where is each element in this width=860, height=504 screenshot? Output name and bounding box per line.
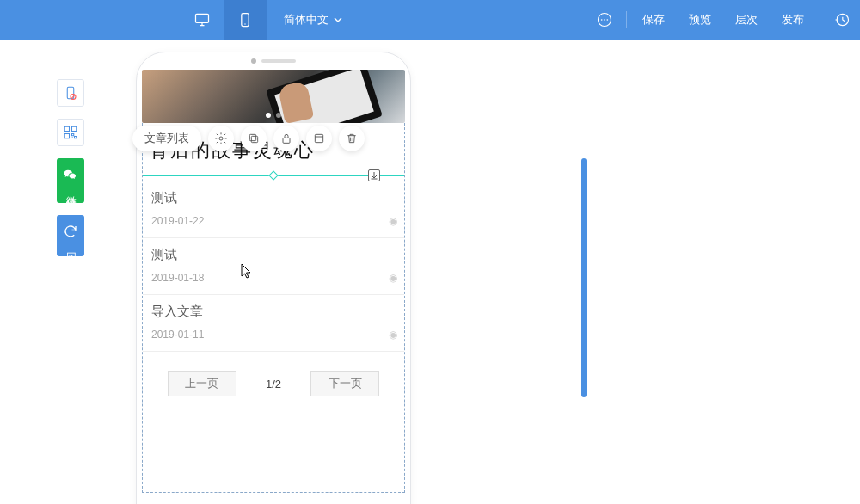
anchor-down-icon[interactable] — [368, 169, 380, 181]
lock-button[interactable] — [273, 126, 299, 151]
widget-toolbar: 文章列表 — [132, 126, 365, 151]
visibility-button[interactable] — [306, 126, 332, 151]
svg-rect-15 — [249, 134, 255, 140]
article-date: 2019-01-11 — [151, 329, 396, 341]
pagination: 上一页 1/2 下一页 — [143, 371, 404, 396]
svg-rect-17 — [315, 134, 322, 142]
separator — [626, 11, 627, 28]
language-label: 简体中文 — [284, 12, 329, 28]
ruler-handle[interactable] — [268, 170, 278, 180]
device-desktop-button[interactable] — [181, 0, 224, 40]
svg-point-13 — [219, 137, 223, 140]
eye-icon: ◉ — [389, 272, 397, 284]
article-item[interactable]: 测试 2019-01-22 ◉ — [143, 181, 404, 238]
preview-label: 预览 — [689, 12, 711, 28]
article-title: 导入文章 — [151, 304, 396, 320]
delete-button[interactable] — [339, 126, 365, 151]
status-dot — [251, 58, 256, 64]
scrollbar-thumb[interactable] — [581, 158, 587, 397]
qrcode-button[interactable] — [57, 119, 84, 146]
device-mobile-button[interactable] — [224, 0, 267, 40]
svg-point-5 — [604, 19, 605, 21]
article-list-widget[interactable]: 测试 2019-01-22 ◉ 测试 2019-01-18 ◉ 导入文章 201… — [142, 123, 405, 493]
more-button[interactable] — [587, 0, 623, 40]
svg-point-6 — [607, 19, 609, 21]
eye-icon: ◉ — [389, 215, 397, 227]
copy-button[interactable] — [241, 126, 267, 151]
hero-pagination — [142, 113, 405, 118]
next-label: 下一页 — [329, 376, 362, 391]
svg-rect-14 — [251, 136, 257, 142]
chevron-down-icon — [334, 15, 342, 24]
top-bar: 简体中文 保存 预览 层次 发布 — [0, 0, 860, 40]
svg-rect-10 — [64, 126, 69, 131]
article-title: 测试 — [151, 247, 396, 263]
device-switch-group: 简体中文 — [181, 0, 342, 40]
svg-rect-16 — [283, 138, 290, 143]
layers-label: 层次 — [735, 12, 758, 28]
widget-label-pill[interactable]: 文章列表 — [132, 126, 201, 151]
topbar-right-group: 保存 预览 层次 发布 — [587, 0, 860, 40]
sync-label: 同步 — [64, 244, 77, 248]
hero-banner[interactable] — [142, 70, 405, 123]
svg-point-2 — [244, 23, 245, 24]
side-toolbar: 微信推广 同步 — [57, 79, 88, 256]
status-bar-shape — [261, 59, 296, 63]
prev-label: 上一页 — [185, 376, 218, 391]
widget-label: 文章列表 — [144, 132, 189, 144]
phone-status-bar — [137, 52, 410, 70]
article-item[interactable]: 导入文章 2019-01-11 ◉ — [143, 295, 404, 352]
svg-rect-11 — [72, 126, 77, 131]
language-selector[interactable]: 简体中文 — [284, 12, 342, 28]
publish-label: 发布 — [782, 12, 804, 28]
preview-button[interactable]: 预览 — [677, 0, 723, 40]
separator — [820, 11, 820, 28]
editor-canvas: 测试 2019-01-22 ◉ 测试 2019-01-18 ◉ 导入文章 201… — [127, 40, 860, 504]
wechat-promote-button[interactable]: 微信推广 — [57, 158, 84, 203]
page-indicator: 1/2 — [266, 378, 281, 390]
save-label: 保存 — [642, 12, 665, 28]
sync-button[interactable]: 同步 — [57, 215, 84, 256]
history-button[interactable] — [824, 0, 860, 40]
hero-dot[interactable] — [266, 113, 271, 118]
save-button[interactable]: 保存 — [630, 0, 677, 40]
settings-gear-button[interactable] — [208, 126, 234, 151]
hero-dot[interactable] — [276, 113, 281, 118]
svg-rect-0 — [196, 14, 209, 22]
eye-icon: ◉ — [389, 329, 397, 341]
wechat-label: 微信推广 — [64, 187, 77, 194]
canvas-scrollbar[interactable] — [581, 57, 587, 504]
article-item[interactable]: 测试 2019-01-18 ◉ — [143, 238, 404, 295]
prev-page-button[interactable]: 上一页 — [168, 371, 236, 396]
svg-point-4 — [601, 19, 603, 21]
phone-preview: 测试 2019-01-22 ◉ 测试 2019-01-18 ◉ 导入文章 201… — [136, 52, 411, 504]
next-page-button[interactable]: 下一页 — [310, 371, 379, 396]
no-mobile-icon-button[interactable] — [57, 79, 84, 107]
article-title: 测试 — [151, 190, 396, 206]
article-date: 2019-01-18 — [151, 272, 396, 284]
article-date: 2019-01-22 — [151, 215, 396, 227]
publish-button[interactable]: 发布 — [770, 0, 816, 40]
drag-ruler[interactable] — [143, 169, 404, 181]
svg-rect-12 — [64, 134, 69, 138]
layers-button[interactable]: 层次 — [723, 0, 770, 40]
